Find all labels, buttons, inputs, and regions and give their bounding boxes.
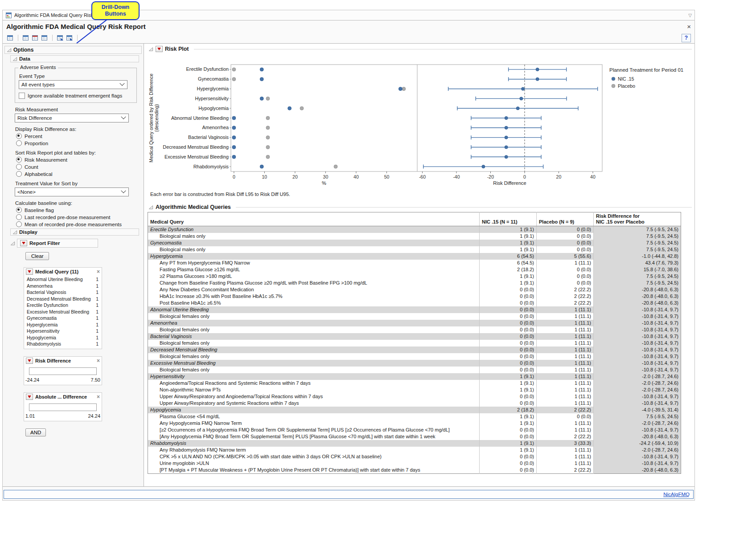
data-table-icon[interactable] xyxy=(31,34,39,42)
window-menu-arrow-icon[interactable]: ▽ xyxy=(688,13,692,18)
table-row[interactable]: Non-algorithmic Narrow PTs1 (9.1)1 (11.1… xyxy=(148,387,681,393)
table-row[interactable]: Hypoglycemia2 (18.2)2 (22.2)-4.0 (-39.5,… xyxy=(148,407,681,413)
table-row[interactable]: Excessive Menstrual Bleeding0 (0.0)1 (11… xyxy=(148,360,681,367)
table-row[interactable]: [≥2 Occurrences of a Hypoglycemia FMQ Br… xyxy=(148,427,681,433)
svg-text:%: % xyxy=(322,180,326,186)
red-triangle-menu-icon[interactable] xyxy=(20,240,27,246)
drill-down-report-icon[interactable] xyxy=(66,34,74,42)
close-icon[interactable]: × xyxy=(687,23,691,30)
table-row[interactable]: Upper Airway/Respiratory and Systemic Re… xyxy=(148,400,681,407)
filter-list-item[interactable]: Amenorrhea1 xyxy=(24,283,102,289)
table-row[interactable]: [Any Hypoglycemia FMQ Broad Term OR Supp… xyxy=(148,433,681,440)
risk-difference-range-slider[interactable] xyxy=(29,367,97,375)
table-row[interactable]: Erectile Dysfunction1 (9.1)0 (0.0)7.5 (-… xyxy=(148,226,681,233)
journal-icon[interactable] xyxy=(22,34,30,42)
status-link[interactable]: NicAlgFMQ xyxy=(663,492,690,497)
table-row[interactable]: CPK >5 x ULN AND NO (CPK-MB/CPK >0.05 wi… xyxy=(148,453,681,460)
close-icon[interactable]: × xyxy=(97,358,100,363)
table-row[interactable]: Hypersensitivity1 (9.1)1 (11.1)-2.0 (-28… xyxy=(148,373,681,380)
treatment-value-select[interactable]: <None> xyxy=(15,187,129,196)
table-row[interactable]: ≥2 Plasma Glucoses >180 mg/dL1 (9.1)0 (0… xyxy=(148,273,681,280)
section-divider xyxy=(236,207,692,208)
svg-text:-60: -60 xyxy=(419,174,426,179)
filter-list-item[interactable]: Bacterial Vaginosis1 xyxy=(24,289,102,296)
filter-list-item[interactable]: Excessive Menstrual Bleeding1 xyxy=(24,309,102,315)
table-row[interactable]: Any Rhabdomyolysis FMQ Narrow term1 (9.1… xyxy=(148,447,681,453)
options-header[interactable]: Options xyxy=(4,46,142,54)
queries-table-body: Erectile Dysfunction1 (9.1)0 (0.0)7.5 (-… xyxy=(148,226,681,474)
risk-plot-header[interactable]: Risk Plot xyxy=(148,45,692,53)
radio-count[interactable]: Count xyxy=(16,164,140,170)
drill-down-data-table-icon[interactable] xyxy=(56,34,64,42)
report-icon xyxy=(5,12,12,19)
table-row[interactable]: Fasting Plasma Glucose ≥126 mg/dL2 (18.2… xyxy=(148,266,681,273)
radio-risk-measurement[interactable]: Risk Measurement xyxy=(16,157,140,163)
table-row[interactable]: Angioedema/Topical Reactions and Systemi… xyxy=(148,380,681,387)
table-row[interactable]: Any Hypoglycemia FMQ Narrow Term1 (9.1)1… xyxy=(148,420,681,427)
filter-list-item[interactable]: Hyperglycemia1 xyxy=(24,322,102,328)
help-button[interactable]: ? xyxy=(682,34,691,42)
queries-section-header[interactable]: Algorithmic Medical Queries xyxy=(148,203,692,211)
toolbar-separator xyxy=(52,35,53,41)
table-row[interactable]: Biological males only1 (9.1)0 (0.0)7.5 (… xyxy=(148,233,681,240)
table-row[interactable]: Biological females only0 (0.0)1 (11.1)-1… xyxy=(148,340,681,346)
table-row[interactable]: [PT Myalgia + PT Muscular Weakness + (PT… xyxy=(148,467,681,474)
close-icon[interactable]: × xyxy=(97,394,100,399)
options-header-label: Options xyxy=(13,47,33,53)
table-row[interactable]: Any New Diabetes Concomitant Medication0… xyxy=(148,286,681,293)
red-triangle-menu-icon[interactable] xyxy=(26,358,33,364)
event-type-select[interactable]: All event types xyxy=(19,80,127,89)
risk-measurement-select[interactable]: Risk Difference xyxy=(15,114,129,122)
filter-list-item[interactable]: Hypoglycemia1 xyxy=(24,334,102,341)
table-row[interactable]: Bacterial Vaginosis0 (0.0)1 (11.1)-10.8 … xyxy=(148,333,681,340)
filter-list-item[interactable]: Erectile Dysfunction1 xyxy=(24,302,102,309)
close-icon[interactable]: × xyxy=(97,269,100,274)
save-journal-icon[interactable] xyxy=(6,34,14,42)
and-button[interactable]: AND xyxy=(25,428,46,436)
table-row[interactable]: Hyperglycemia6 (54.5)5 (55.6)-1.0 (-44.8… xyxy=(148,253,681,260)
report-filter-header[interactable]: Report Filter xyxy=(10,239,144,248)
table-row[interactable]: Biological females only0 (0.0)1 (11.1)-1… xyxy=(148,313,681,320)
radio-alphabetical[interactable]: Alphabetical xyxy=(16,171,140,177)
table-row[interactable]: Biological females only0 (0.0)1 (11.1)-1… xyxy=(148,353,681,360)
table-row[interactable]: Biological females only0 (0.0)1 (11.1)-1… xyxy=(148,367,681,373)
svg-text:Placebo: Placebo xyxy=(618,83,635,89)
table-row[interactable]: Change from Baseline Fasting Plasma Gluc… xyxy=(148,280,681,286)
red-triangle-menu-icon[interactable] xyxy=(26,394,33,400)
absolute-filter-title: Absolute ... Difference xyxy=(35,394,87,399)
data-header[interactable]: Data xyxy=(10,55,139,62)
table-header-row: Medical Query NIC .15 (N = 11) Placebo (… xyxy=(148,212,681,226)
filter-list-item[interactable]: Gynecomastia1 xyxy=(24,315,102,322)
table-row[interactable]: Biological males only1 (9.1)0 (0.0)7.5 (… xyxy=(148,246,681,253)
table-row[interactable]: Plasma Glucose <54 mg/dL1 (9.1)0 (0.0)7.… xyxy=(148,413,681,420)
display-header[interactable]: Display xyxy=(10,228,139,236)
table-row[interactable]: Upper Airway/Respiratory and Angioedema/… xyxy=(148,393,681,400)
filter-list-item[interactable]: Hypersensitivity1 xyxy=(24,328,102,334)
radio-mean-of-recorded-pre-dose-measurements[interactable]: Mean of recorded pre-dose measurements xyxy=(16,221,140,227)
red-triangle-menu-icon[interactable] xyxy=(156,46,163,52)
table-row[interactable]: Abnormal Uterine Bleeding0 (0.0)1 (11.1)… xyxy=(148,306,681,313)
radio-label: Alphabetical xyxy=(25,171,53,177)
clear-button[interactable]: Clear xyxy=(25,252,49,260)
filter-list-item[interactable]: Abnormal Uterine Bleeding1 xyxy=(24,276,102,283)
filter-list-item[interactable]: Rhabdomyolysis1 xyxy=(24,341,102,347)
report-icon[interactable] xyxy=(41,34,49,42)
table-row[interactable]: Biological females only0 (0.0)1 (11.1)-1… xyxy=(148,326,681,333)
table-row[interactable]: Post Baseline HbA1c ≥6.5%0 (0.0)2 (22.2)… xyxy=(148,300,681,306)
radio-percent[interactable]: Percent xyxy=(16,133,140,139)
table-row[interactable]: Gynecomastia1 (9.1)0 (0.0)7.5 (-9.5, 24.… xyxy=(148,240,681,246)
filter-list-item[interactable]: Decreased Menstrual Bleeding1 xyxy=(24,296,102,302)
table-row[interactable]: Rhabdomyolysis1 (9.1)3 (33.3)-24.2 (-59.… xyxy=(148,440,681,447)
table-row[interactable]: Any PT from Hyperglycemia FMQ Narrow6 (5… xyxy=(148,260,681,266)
table-row[interactable]: Amenorrhea0 (0.0)1 (11.1)-10.8 (-31.4, 9… xyxy=(148,320,681,326)
section-divider xyxy=(194,49,692,49)
absolute-difference-range-slider[interactable] xyxy=(29,403,97,411)
radio-proportion[interactable]: Proportion xyxy=(16,140,140,146)
radio-last-recorded-pre-dose-measurement[interactable]: Last recorded pre-dose measurement xyxy=(16,214,140,220)
red-triangle-menu-icon[interactable] xyxy=(26,269,33,275)
table-row[interactable]: Decreased Menstrual Bleeding0 (0.0)1 (11… xyxy=(148,346,681,353)
radio-baseline-flag[interactable]: Baseline flag xyxy=(16,207,140,213)
table-row[interactable]: HbA1c Increase ≥0.3% with Post Baseline … xyxy=(148,293,681,300)
ignore-flags-checkbox[interactable]: Ignore available treatment emergent flag… xyxy=(19,93,133,99)
table-row[interactable]: Urine myoglobin >ULN0 (0.0)1 (11.1)-10.8… xyxy=(148,460,681,467)
